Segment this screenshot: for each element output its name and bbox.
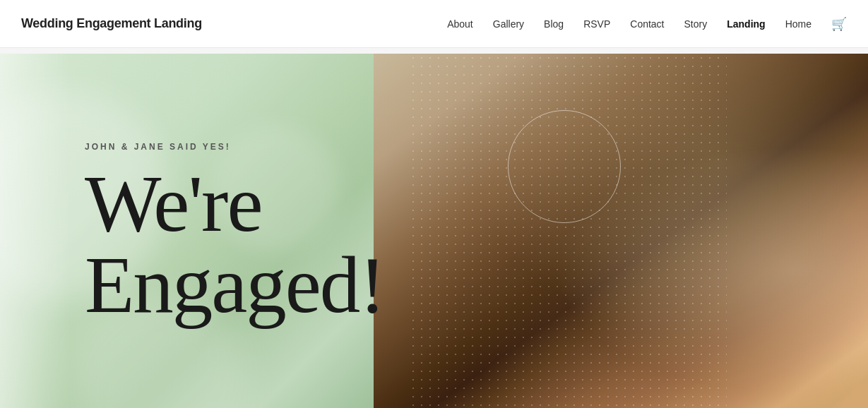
hero-title-line2: Engaged!	[85, 240, 385, 330]
nav-story[interactable]: Story	[684, 18, 708, 30]
hero-subtitle: JOHN & JANE SAID YES!	[85, 142, 385, 152]
hero-title: We're Engaged!	[85, 163, 385, 325]
nav-rsvp[interactable]: RSVP	[583, 18, 610, 30]
top-band	[0, 48, 868, 54]
hero-text-block: JOHN & JANE SAID YES! We're Engaged!	[85, 142, 385, 325]
decorative-circle-outline	[508, 110, 621, 223]
cart-icon[interactable]: 🛒	[831, 16, 847, 32]
nav-about[interactable]: About	[447, 18, 473, 30]
hero-section: JOHN & JANE SAID YES! We're Engaged!	[0, 54, 868, 408]
navigation: About Gallery Blog RSVP Contact Story La…	[447, 16, 847, 32]
header: Wedding Engagement Landing About Gallery…	[0, 0, 868, 48]
hero-left-fade	[0, 54, 71, 408]
dot-pattern-overlay	[409, 54, 727, 408]
hero-title-line1: We're	[85, 159, 261, 248]
nav-landing[interactable]: Landing	[727, 18, 765, 30]
nav-contact[interactable]: Contact	[630, 18, 664, 30]
nav-blog[interactable]: Blog	[544, 18, 564, 30]
nav-home[interactable]: Home	[785, 18, 811, 30]
nav-gallery[interactable]: Gallery	[493, 18, 524, 30]
site-title: Wedding Engagement Landing	[21, 16, 202, 31]
